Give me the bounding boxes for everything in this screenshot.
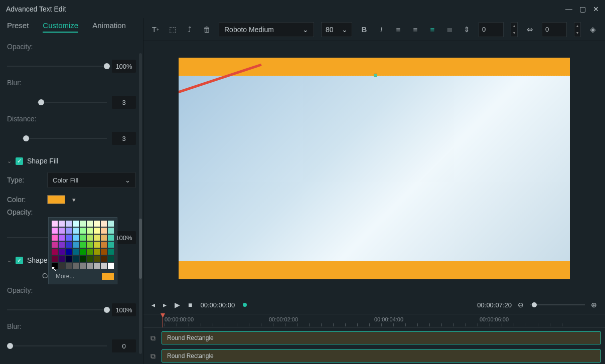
color-swatch[interactable] — [59, 235, 65, 241]
color-swatch[interactable] — [87, 235, 93, 241]
color-swatch[interactable] — [66, 221, 72, 227]
color-swatch[interactable] — [66, 256, 72, 262]
tab-preset[interactable]: Preset — [7, 21, 29, 33]
color-swatch[interactable] — [94, 228, 100, 234]
color-swatch[interactable] — [73, 249, 79, 255]
char-spacing-icon[interactable]: ⇔ — [525, 25, 535, 35]
color-swatch[interactable] — [87, 249, 93, 255]
crop-icon[interactable]: ⬚ — [168, 25, 178, 35]
more-colors-button[interactable]: More... — [52, 272, 78, 281]
line-spacing-value[interactable]: 0 — [479, 22, 504, 37]
align-right-icon[interactable]: ≡ — [427, 25, 437, 35]
blur-slider[interactable] — [37, 102, 107, 103]
color-swatch[interactable] — [101, 242, 107, 248]
line-spacing-icon[interactable]: ⇕ — [462, 25, 472, 35]
color-swatch[interactable] — [94, 249, 100, 255]
border-opacity-value[interactable]: 100% — [112, 303, 136, 316]
resize-handle[interactable] — [374, 74, 377, 77]
tab-animation[interactable]: Animation — [92, 21, 126, 33]
zoom-in-button[interactable]: ⊕ — [591, 301, 597, 309]
color-swatch[interactable] — [87, 228, 93, 234]
timeline-ruler[interactable]: 00:00:00:00 00:00:02:00 00:00:04:00 00:0… — [143, 314, 605, 328]
panel-scrollbar[interactable] — [139, 53, 142, 354]
bold-icon[interactable]: B — [359, 25, 369, 35]
timeline-clip[interactable]: Round Rectangle — [162, 331, 601, 344]
track-type-icon[interactable]: ⧉ — [147, 332, 159, 343]
color-swatch[interactable] — [108, 221, 114, 227]
color-swatch[interactable] — [52, 263, 58, 269]
track-type-icon[interactable]: ⧉ — [147, 350, 159, 361]
color-swatch[interactable] — [101, 235, 107, 241]
color-swatch[interactable] — [59, 221, 65, 227]
border-blur-slider[interactable] — [7, 345, 107, 346]
color-swatch[interactable] — [87, 256, 93, 262]
color-swatch[interactable] — [94, 263, 100, 269]
italic-icon[interactable]: I — [376, 25, 386, 35]
color-swatch[interactable] — [80, 249, 86, 255]
top-shape[interactable] — [179, 58, 570, 76]
align-left-icon[interactable]: ≡ — [393, 25, 403, 35]
type-dropdown[interactable]: Color Fill ⌄ — [47, 172, 136, 188]
color-swatch[interactable] — [101, 228, 107, 234]
color-swatch[interactable] — [94, 256, 100, 262]
fill-color-dropdown[interactable]: ▾ — [70, 196, 77, 204]
color-swatch[interactable] — [73, 221, 79, 227]
timeline-clip[interactable]: Round Rectangle — [162, 349, 601, 362]
color-swatch[interactable] — [101, 263, 107, 269]
size-dropdown[interactable]: 80 ⌄ — [321, 22, 352, 37]
align-center-icon[interactable]: ≡ — [410, 25, 420, 35]
color-swatch[interactable] — [59, 242, 65, 248]
delete-icon[interactable]: 🗑 — [202, 25, 212, 35]
color-swatch[interactable] — [73, 256, 79, 262]
color-swatch[interactable] — [94, 242, 100, 248]
next-frame-button[interactable]: ▸ — [163, 301, 167, 309]
color-swatch[interactable] — [73, 228, 79, 234]
export-icon[interactable]: ⤴ — [185, 25, 195, 35]
color-swatch[interactable] — [66, 249, 72, 255]
zoom-slider[interactable] — [530, 304, 585, 305]
color-swatch[interactable] — [87, 221, 93, 227]
play-button[interactable]: ▶ — [175, 301, 180, 309]
shape-border-checkbox[interactable]: ✓ — [16, 257, 23, 264]
color-swatch[interactable] — [52, 228, 58, 234]
color-swatch[interactable] — [108, 228, 114, 234]
color-swatch[interactable] — [94, 221, 100, 227]
color-swatch[interactable] — [66, 228, 72, 234]
color-swatch[interactable] — [94, 235, 100, 241]
color-swatch[interactable] — [52, 249, 58, 255]
color-swatch[interactable] — [108, 249, 114, 255]
border-opacity-slider[interactable] — [7, 309, 107, 310]
line-spacing-stepper[interactable]: ▲▼ — [511, 22, 518, 37]
color-swatch[interactable] — [73, 242, 79, 248]
color-swatch[interactable] — [80, 221, 86, 227]
color-swatch[interactable] — [59, 263, 65, 269]
opacity-slider[interactable] — [7, 66, 107, 67]
color-swatch[interactable] — [52, 235, 58, 241]
marker-dot[interactable] — [243, 303, 247, 307]
distance-value[interactable]: 3 — [112, 132, 136, 145]
color-swatch[interactable] — [108, 263, 114, 269]
color-picker-popup[interactable]: More... — [48, 217, 117, 284]
distance-slider[interactable] — [22, 138, 107, 139]
color-swatch[interactable] — [66, 242, 72, 248]
stop-button[interactable]: ■ — [188, 301, 192, 309]
align-justify-icon[interactable]: ≣ — [444, 25, 455, 35]
color-swatch[interactable] — [108, 256, 114, 262]
shape-fill-checkbox[interactable]: ✓ — [16, 157, 23, 165]
char-spacing-value[interactable]: 0 — [542, 22, 567, 37]
color-swatch[interactable] — [66, 235, 72, 241]
blur-value[interactable]: 3 — [112, 96, 136, 109]
color-swatch[interactable] — [52, 256, 58, 262]
tab-customize[interactable]: Customize — [43, 21, 78, 33]
settings-icon[interactable]: ◈ — [588, 25, 598, 35]
zoom-out-button[interactable]: ⊖ — [518, 301, 524, 309]
color-swatch[interactable] — [87, 242, 93, 248]
color-swatch[interactable] — [101, 221, 107, 227]
char-spacing-stepper[interactable]: ▲▼ — [574, 22, 581, 37]
color-swatch[interactable] — [80, 242, 86, 248]
color-swatch[interactable] — [80, 256, 86, 262]
shape-fill-header[interactable]: ⌄ ✓ Shape Fill — [7, 157, 136, 165]
font-dropdown[interactable]: Roboto Medium ⌄ — [219, 22, 314, 37]
color-swatch[interactable] — [66, 263, 72, 269]
maximize-button[interactable]: ▢ — [579, 5, 586, 13]
